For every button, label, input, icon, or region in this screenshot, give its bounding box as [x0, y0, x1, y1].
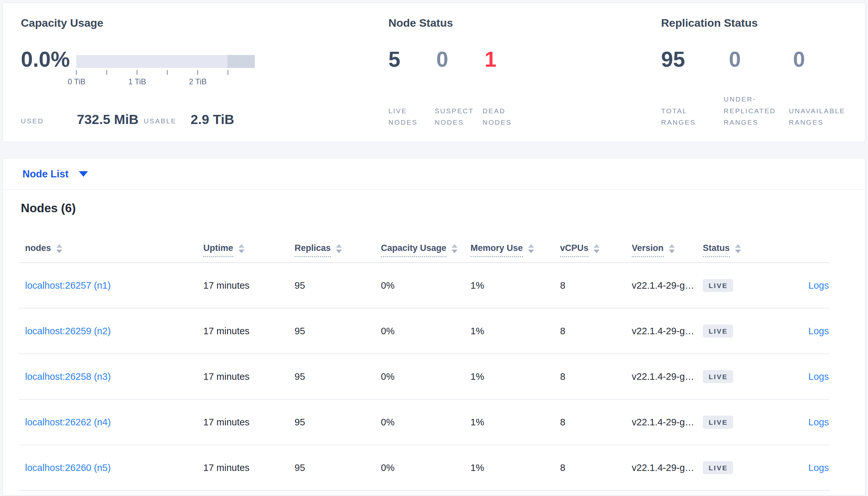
node-link[interactable]: localhost:26259 (n2)	[25, 326, 111, 336]
status-badge: LIVE	[703, 370, 733, 383]
logs-link[interactable]: Logs	[808, 463, 829, 473]
cluster-summary-panel: Capacity Usage 0.0% 0 TiB 1 TiB 2 TiB US…	[3, 3, 865, 142]
replicas-cell: 95	[295, 280, 381, 291]
column-header-capacity-usage[interactable]: Capacity Usage	[381, 243, 470, 257]
replicas-cell: 95	[295, 463, 381, 473]
node-link[interactable]: localhost:26262 (n4)	[25, 417, 111, 427]
table-header-row: nodes Uptime Replicas Capacity Usage Mem…	[19, 232, 829, 263]
table-row: localhost:26260 (n5) 17 minutes 95 0% 1%…	[19, 445, 829, 491]
status-badge: LIVE	[703, 279, 733, 292]
sort-icon	[594, 244, 599, 253]
view-selector-bar: Node List	[3, 158, 865, 190]
node-cell: localhost:26258 (n3)	[19, 371, 203, 382]
dead-nodes-count: 1	[484, 48, 496, 70]
column-header-replicas[interactable]: Replicas	[295, 243, 381, 257]
logs-link[interactable]: Logs	[808, 326, 829, 336]
usable-value: 2.9 TiB	[191, 112, 234, 127]
capacity-cell: 0%	[381, 371, 470, 382]
live-nodes-count: 5	[388, 48, 401, 70]
column-header-status[interactable]: Status	[703, 243, 784, 257]
nodes-section-title: Nodes (6)	[21, 201, 76, 215]
capacity-tick	[136, 70, 137, 75]
suspect-nodes-label: SUSPECT NODES	[435, 105, 483, 128]
uptime-cell: 17 minutes	[203, 417, 295, 428]
sort-icon	[735, 244, 741, 253]
memory-cell: 1%	[470, 417, 560, 428]
version-cell: v22.1.4-29-g…	[632, 326, 703, 337]
capacity-cell: 0%	[381, 463, 470, 473]
capacity-tick-label: 2 TiB	[189, 77, 207, 86]
uptime-cell: 17 minutes	[203, 371, 295, 382]
live-nodes-label: LIVE NODES	[388, 105, 431, 128]
sort-icon	[452, 244, 458, 253]
replicas-cell: 95	[295, 371, 381, 382]
capacity-tick	[76, 70, 77, 75]
logs-link[interactable]: Logs	[808, 280, 829, 291]
memory-cell: 1%	[470, 371, 560, 382]
logs-cell: Logs	[784, 417, 829, 428]
logs-link[interactable]: Logs	[808, 417, 829, 427]
node-cell: localhost:26262 (n4)	[19, 417, 203, 428]
total-ranges-label: TOTAL RANGES	[661, 105, 710, 128]
column-header-nodes[interactable]: nodes	[19, 243, 203, 257]
sort-icon	[336, 244, 342, 253]
usable-label: USABLE	[144, 117, 177, 125]
under-replicated-ranges-label: UNDER-REPLICATED RANGES	[724, 93, 795, 128]
version-cell: v22.1.4-29-g…	[632, 463, 703, 473]
table-row: localhost:26259 (n2) 17 minutes 95 0% 1%…	[19, 309, 829, 354]
nodes-table: nodes Uptime Replicas Capacity Usage Mem…	[19, 232, 829, 491]
status-cell: LIVE	[703, 279, 784, 292]
capacity-tick	[227, 70, 228, 75]
sort-icon	[669, 244, 675, 253]
logs-cell: Logs	[784, 326, 829, 337]
vcpus-cell: 8	[560, 417, 632, 428]
cluster-overview-page: Capacity Usage 0.0% 0 TiB 1 TiB 2 TiB US…	[0, 0, 868, 495]
capacity-usage-title: Capacity Usage	[21, 17, 103, 29]
node-cell: localhost:26259 (n2)	[19, 326, 203, 337]
total-ranges-count: 95	[661, 48, 685, 70]
suspect-nodes-count: 0	[436, 48, 448, 70]
status-cell: LIVE	[703, 416, 784, 429]
replication-status-title: Replication Status	[661, 17, 758, 29]
capacity-bar-unusable-segment	[227, 55, 255, 68]
node-list-dropdown[interactable]: Node List	[23, 168, 88, 180]
unavailable-ranges-count: 0	[793, 48, 805, 70]
vcpus-cell: 8	[560, 371, 632, 382]
sort-icon	[239, 244, 244, 253]
node-link[interactable]: localhost:26258 (n3)	[25, 371, 111, 382]
capacity-percent: 0.0%	[21, 48, 70, 70]
under-replicated-ranges-count: 0	[729, 48, 741, 70]
column-header-memory-use[interactable]: Memory Use	[470, 243, 560, 257]
status-cell: LIVE	[703, 325, 784, 338]
table-row: localhost:26258 (n3) 17 minutes 95 0% 1%…	[19, 354, 829, 400]
node-cell: localhost:26260 (n5)	[19, 463, 203, 473]
column-header-version[interactable]: Version	[632, 243, 703, 257]
replicas-cell: 95	[295, 417, 381, 428]
logs-cell: Logs	[784, 371, 829, 382]
capacity-tick	[106, 70, 107, 75]
capacity-bar	[76, 55, 255, 68]
column-header-uptime[interactable]: Uptime	[203, 243, 295, 257]
status-badge: LIVE	[703, 461, 733, 474]
version-cell: v22.1.4-29-g…	[632, 280, 703, 291]
sort-icon	[56, 244, 62, 253]
chevron-down-icon	[79, 171, 88, 177]
nodes-panel: Nodes (6) nodes Uptime Replicas Capacity…	[3, 190, 865, 495]
column-header-vcpus[interactable]: vCPUs	[560, 243, 632, 257]
sort-icon	[528, 244, 534, 253]
node-link[interactable]: localhost:26260 (n5)	[25, 463, 111, 473]
vcpus-cell: 8	[560, 326, 632, 337]
capacity-tick	[167, 70, 168, 75]
used-value: 732.5 MiB	[77, 112, 138, 127]
capacity-tick-label: 0 TiB	[68, 77, 86, 86]
logs-link[interactable]: Logs	[808, 371, 829, 382]
uptime-cell: 17 minutes	[203, 463, 295, 473]
capacity-cell: 0%	[381, 326, 470, 337]
memory-cell: 1%	[470, 463, 560, 473]
capacity-cell: 0%	[381, 280, 470, 291]
node-status-title: Node Status	[388, 17, 453, 29]
version-cell: v22.1.4-29-g…	[632, 371, 703, 382]
node-link[interactable]: localhost:26257 (n1)	[25, 280, 111, 291]
status-badge: LIVE	[703, 416, 733, 429]
used-label: USED	[21, 117, 44, 125]
